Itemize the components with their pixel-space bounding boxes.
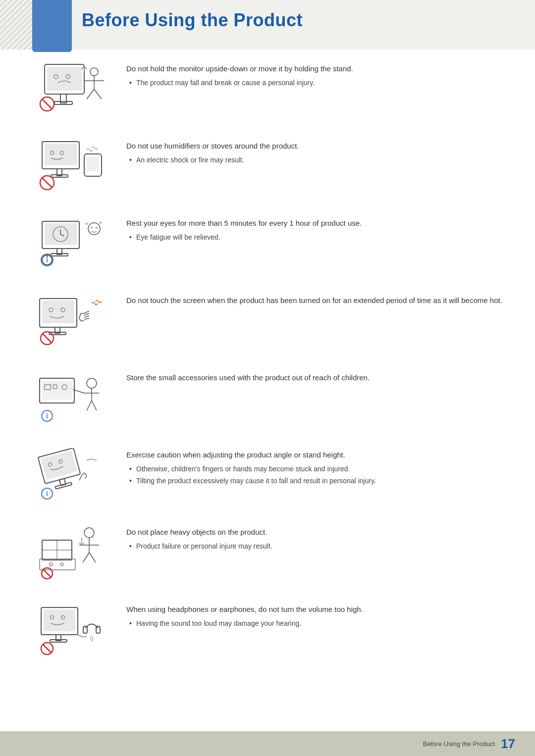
- text-content-2: Do not use humidifiers or stoves around …: [126, 137, 503, 167]
- safety-item-7: Do not place heavy objects on the produc…: [32, 523, 503, 586]
- bullet-item: An electric shock or fire may result.: [126, 155, 503, 165]
- safety-item-5: i Store the small accessories used with …: [32, 368, 503, 432]
- svg-point-85: [50, 563, 53, 566]
- icon-box-3: i: [32, 214, 111, 273]
- bullet-item: Product failure or personal injure may r…: [126, 541, 503, 552]
- headphones-icon: [37, 603, 107, 657]
- icon-box-6: i: [32, 446, 111, 505]
- svg-text:i: i: [46, 412, 48, 420]
- main-text-4: Do not touch the screen when the product…: [126, 295, 503, 306]
- bullet-list-1: The product may fall and break or cause …: [126, 78, 503, 88]
- svg-rect-3: [47, 67, 82, 91]
- text-content-3: Rest your eyes for more than 5 minutes f…: [126, 214, 503, 244]
- page: Before Using the Product: [0, 0, 535, 756]
- icon-box-4: [32, 291, 111, 351]
- svg-line-80: [89, 553, 96, 562]
- svg-point-61: [87, 378, 97, 388]
- svg-line-65: [92, 401, 97, 410]
- main-text-3: Rest your eyes for more than 5 minutes f…: [126, 218, 503, 229]
- main-text-1: Do not hold the monitor upside-down or m…: [126, 63, 503, 75]
- bullet-list-8: Having the sound too loud may damage you…: [126, 618, 503, 629]
- bullet-list-6: Otherwise, children's fingers or hands m…: [126, 464, 503, 486]
- bullet-item: Otherwise, children's fingers or hands m…: [126, 464, 503, 474]
- text-content-5: Store the small accessories used with th…: [126, 368, 503, 387]
- svg-point-10: [90, 68, 98, 76]
- eye-rest-icon: i: [37, 216, 107, 271]
- main-text-7: Do not place heavy objects on the produc…: [126, 527, 503, 538]
- svg-line-50: [84, 313, 89, 315]
- svg-point-34: [88, 223, 100, 235]
- icon-box-7: [32, 523, 111, 582]
- bullet-item: Eye fatigue will be relieved.: [126, 232, 503, 243]
- safety-item-2: Do not use humidifiers or stoves around …: [32, 137, 503, 200]
- text-content-6: Exercise caution when adjusting the prod…: [126, 446, 503, 488]
- bullet-item: The product may fall and break or cause …: [126, 78, 503, 88]
- page-title: Before Using the Product: [82, 10, 303, 31]
- bullet-item: Having the sound too loud may damage you…: [126, 618, 503, 629]
- safety-item-1: Do not hold the monitor upside-down or m…: [32, 59, 503, 123]
- svg-rect-91: [44, 609, 75, 631]
- icon-box-8: [32, 600, 111, 659]
- bullet-item: Tilting the product excessively may caus…: [126, 476, 503, 486]
- svg-rect-22: [87, 156, 99, 171]
- text-content-4: Do not touch the screen when the product…: [126, 291, 503, 309]
- content-area: Do not hold the monitor upside-down or m…: [32, 59, 503, 726]
- bullet-list-3: Eye fatigue will be relieved.: [126, 232, 503, 243]
- svg-rect-73: [55, 482, 72, 489]
- svg-point-76: [84, 528, 94, 538]
- svg-line-51: [84, 316, 89, 317]
- hot-screen-icon: [37, 294, 107, 348]
- main-text-2: Do not use humidifiers or stoves around …: [126, 141, 503, 152]
- footer-label: Before Using the Product: [423, 740, 495, 748]
- svg-rect-1: [0, 0, 35, 50]
- upside-down-monitor-icon: [37, 62, 107, 116]
- angle-adjust-icon: i: [37, 448, 107, 503]
- heavy-objects-icon: [37, 525, 107, 580]
- svg-rect-44: [42, 301, 74, 323]
- footer: Before Using the Product 17: [0, 731, 535, 756]
- main-text-5: Store the small accessories used with th…: [126, 372, 503, 384]
- text-content-8: When using headphones or earphones, do n…: [126, 600, 503, 630]
- safety-item-4: Do not touch the screen when the product…: [32, 291, 503, 354]
- page-number: 17: [501, 736, 515, 752]
- main-text-8: When using headphones or earphones, do n…: [126, 604, 503, 615]
- safety-item-6: i Exercise caution when adjusting the pr…: [32, 446, 503, 509]
- bullet-list-2: An electric shock or fire may result.: [126, 155, 503, 165]
- icon-box-2: [32, 137, 111, 196]
- svg-line-52: [84, 318, 89, 319]
- svg-line-64: [87, 401, 92, 410]
- icon-box-1: [32, 59, 111, 119]
- bullet-list-7: Product failure or personal injure may r…: [126, 541, 503, 552]
- svg-line-99: [43, 644, 52, 653]
- safety-item-3: i Rest your eyes for more than 5 minutes…: [32, 214, 503, 277]
- diagonal-decoration: [0, 0, 35, 50]
- svg-line-24: [42, 178, 52, 188]
- svg-point-86: [60, 563, 63, 566]
- text-content-7: Do not place heavy objects on the produc…: [126, 523, 503, 553]
- icon-box-5: i: [32, 368, 111, 428]
- svg-line-49: [84, 311, 89, 313]
- safety-item-8: When using headphones or earphones, do n…: [32, 600, 503, 663]
- svg-line-9: [42, 99, 52, 109]
- svg-line-14: [94, 89, 102, 99]
- svg-text:i: i: [46, 490, 48, 498]
- svg-rect-56: [42, 381, 72, 400]
- text-content-1: Do not hold the monitor upside-down or m…: [126, 59, 503, 90]
- accessories-icon: i: [37, 371, 107, 425]
- main-text-6: Exercise caution when adjusting the prod…: [126, 450, 503, 461]
- humidifier-icon: [37, 139, 107, 194]
- blue-accent-block: [32, 0, 72, 52]
- svg-line-79: [83, 553, 89, 562]
- svg-line-13: [87, 89, 94, 99]
- svg-text:i: i: [46, 256, 48, 264]
